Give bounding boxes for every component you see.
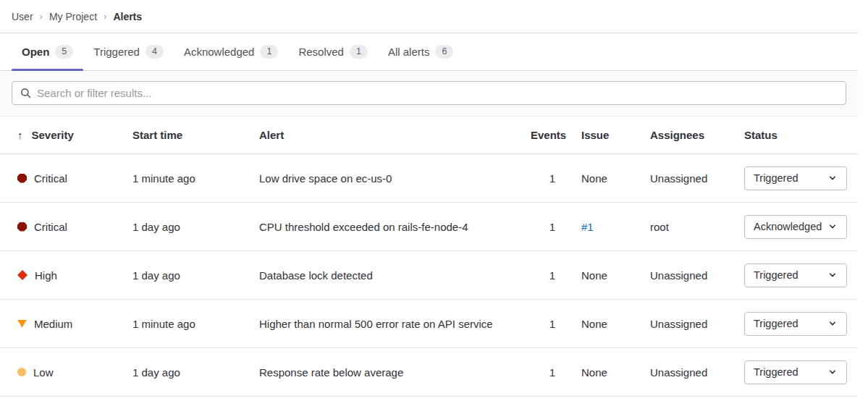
- column-header-events[interactable]: Events: [531, 129, 581, 141]
- search-icon: [20, 88, 31, 98]
- tab-all-alerts[interactable]: All alerts 6: [378, 33, 463, 70]
- status-dropdown-label: Triggered: [754, 318, 799, 329]
- status-dropdown[interactable]: Triggered: [744, 166, 847, 190]
- severity-cell: Critical: [0, 172, 132, 185]
- severity-label: Critical: [34, 172, 67, 185]
- assignees-cell: Unassigned: [650, 318, 744, 330]
- start-time-cell: 1 minute ago: [132, 318, 259, 330]
- severity-label: Medium: [34, 318, 72, 330]
- alert-status-tabs: Open 5 Triggered 4 Acknowledged 1 Resolv…: [0, 33, 858, 71]
- status-cell: Triggered: [744, 166, 858, 190]
- severity-medium-icon: [17, 320, 27, 328]
- alert-title[interactable]: CPU threshold exceeded on rails-fe-node-…: [259, 221, 531, 233]
- severity-high-icon: [17, 270, 28, 280]
- issue-cell: None: [581, 269, 650, 282]
- start-time-cell: 1 day ago: [132, 269, 259, 282]
- tab-count-badge: 4: [146, 45, 164, 59]
- column-header-severity[interactable]: ↑ Severity: [0, 129, 132, 141]
- tab-label: Resolved: [298, 46, 344, 58]
- tab-count-badge: 5: [55, 45, 73, 59]
- table-row[interactable]: Medium 1 minute ago Higher than normal 5…: [0, 300, 858, 348]
- status-dropdown-label: Triggered: [754, 172, 799, 184]
- assignees-cell: Unassigned: [650, 366, 744, 379]
- status-dropdown[interactable]: Triggered: [744, 263, 847, 287]
- table-row[interactable]: Critical 1 minute ago Low drive space on…: [0, 154, 858, 203]
- issue-cell: None: [581, 318, 650, 330]
- issue-link[interactable]: #1: [581, 221, 594, 233]
- table-row[interactable]: Low 1 day ago Response rate below averag…: [0, 348, 858, 397]
- chevron-down-icon: [827, 270, 838, 280]
- status-dropdown-label: Triggered: [754, 366, 799, 378]
- tab-label: Triggered: [93, 46, 140, 58]
- tab-count-badge: 1: [350, 45, 368, 59]
- severity-cell: High: [0, 269, 132, 282]
- alerts-page: User › My Project › Alerts Open 5 Trigge…: [0, 0, 858, 397]
- severity-label: High: [35, 269, 57, 282]
- issue-cell: #1: [581, 221, 650, 233]
- status-cell: Triggered: [744, 263, 858, 287]
- breadcrumb-item-project[interactable]: My Project: [49, 11, 97, 22]
- tab-label: Open: [22, 46, 49, 58]
- tab-resolved[interactable]: Resolved 1: [288, 33, 378, 70]
- status-dropdown-label: Triggered: [754, 269, 799, 281]
- events-count: 1: [531, 366, 581, 379]
- table-row[interactable]: High 1 day ago Database lock detected 1 …: [0, 251, 858, 300]
- alert-title[interactable]: Higher than normal 500 error rate on API…: [259, 318, 531, 330]
- active-tab-indicator: [12, 69, 83, 71]
- events-count: 1: [531, 318, 581, 330]
- column-header-start-time[interactable]: Start time: [132, 129, 259, 141]
- breadcrumb-item-alerts: Alerts: [113, 11, 142, 22]
- start-time-cell: 1 minute ago: [132, 172, 259, 185]
- search-box[interactable]: [12, 81, 846, 105]
- status-dropdown[interactable]: Acknowledged: [744, 215, 847, 239]
- alert-title[interactable]: Low drive space on ec-us-0: [259, 172, 531, 185]
- tab-label: Acknowledged: [184, 46, 255, 58]
- events-count: 1: [531, 269, 581, 282]
- tab-label: All alerts: [388, 46, 430, 58]
- severity-cell: Critical: [0, 221, 132, 233]
- chevron-down-icon: [827, 318, 838, 329]
- alert-title[interactable]: Response rate below average: [259, 366, 531, 379]
- assignees-cell: root: [650, 221, 744, 233]
- severity-critical-icon: [17, 174, 27, 183]
- sort-ascending-icon: ↑: [17, 129, 23, 141]
- breadcrumb-item-user[interactable]: User: [12, 11, 33, 22]
- chevron-down-icon: [827, 221, 838, 232]
- chevron-down-icon: [827, 367, 838, 377]
- severity-label: Critical: [34, 221, 67, 233]
- status-cell: Acknowledged: [744, 215, 858, 239]
- start-time-cell: 1 day ago: [132, 221, 259, 233]
- column-header-issue: Issue: [581, 129, 650, 141]
- status-dropdown[interactable]: Triggered: [744, 360, 847, 384]
- breadcrumb: User › My Project › Alerts: [0, 0, 858, 33]
- severity-cell: Medium: [0, 318, 132, 330]
- table-row[interactable]: Critical 1 day ago CPU threshold exceede…: [0, 203, 858, 251]
- chevron-down-icon: [827, 173, 838, 183]
- tab-open[interactable]: Open 5: [12, 33, 83, 70]
- column-header-alert: Alert: [259, 129, 531, 141]
- assignees-cell: Unassigned: [650, 269, 744, 282]
- filter-bar: [0, 71, 858, 117]
- status-dropdown-label: Acknowledged: [754, 221, 822, 232]
- status-dropdown[interactable]: Triggered: [744, 312, 847, 336]
- issue-cell: None: [581, 366, 650, 379]
- tab-count-badge: 6: [435, 45, 453, 59]
- start-time-cell: 1 day ago: [132, 366, 259, 379]
- tab-count-badge: 1: [260, 45, 278, 59]
- tab-triggered[interactable]: Triggered 4: [83, 33, 174, 70]
- events-count: 1: [531, 172, 581, 185]
- issue-cell: None: [581, 172, 650, 185]
- alert-title[interactable]: Database lock detected: [259, 269, 531, 282]
- tab-acknowledged[interactable]: Acknowledged 1: [174, 33, 289, 70]
- column-header-status[interactable]: Status: [744, 129, 858, 141]
- assignees-cell: Unassigned: [650, 172, 744, 185]
- status-cell: Triggered: [744, 312, 858, 336]
- severity-label: Low: [33, 366, 54, 379]
- search-input[interactable]: [37, 87, 838, 99]
- column-header-assignees: Assignees: [650, 129, 744, 141]
- chevron-right-icon: ›: [40, 11, 43, 22]
- severity-low-icon: [17, 368, 26, 376]
- severity-cell: Low: [0, 366, 132, 379]
- table-header-row: ↑ Severity Start time Alert Events Issue…: [0, 117, 858, 154]
- chevron-right-icon: ›: [104, 11, 106, 22]
